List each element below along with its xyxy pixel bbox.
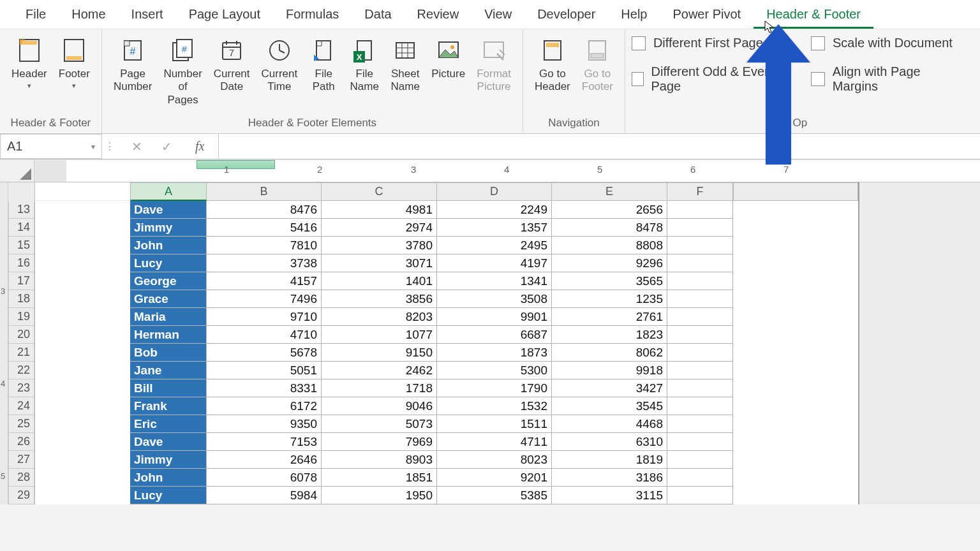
cell[interactable]: 4710 [207, 326, 322, 344]
cell[interactable]: Jimmy [130, 219, 207, 237]
cell[interactable] [667, 415, 733, 433]
cell[interactable]: 8808 [552, 237, 667, 254]
cell[interactable]: 1819 [552, 451, 667, 469]
enter-icon[interactable]: ✓ [161, 139, 172, 154]
cell[interactable]: 3508 [437, 290, 552, 308]
cell[interactable]: 2495 [437, 237, 552, 254]
tab-file[interactable]: File [13, 0, 59, 29]
cell[interactable]: Eric [130, 415, 207, 433]
row-header[interactable]: 17 [8, 272, 34, 290]
tab-home[interactable]: Home [59, 0, 118, 29]
row-header[interactable]: 25 [8, 415, 34, 433]
cell[interactable]: 1851 [322, 469, 437, 487]
cell[interactable] [667, 201, 733, 219]
cell[interactable]: 1401 [322, 272, 437, 290]
cell[interactable] [667, 290, 733, 308]
cell[interactable]: Lucy [130, 254, 207, 272]
footer-dropdown[interactable]: Footer ▾ [54, 33, 95, 92]
cell[interactable]: 7496 [207, 290, 322, 308]
cell[interactable]: 1357 [437, 219, 552, 237]
cell[interactable]: 5073 [322, 415, 437, 433]
cell[interactable]: Bill [130, 379, 207, 397]
cell[interactable]: 3186 [552, 469, 667, 487]
cell[interactable]: 9150 [322, 344, 437, 362]
cell[interactable]: 6310 [552, 433, 667, 451]
cell[interactable] [667, 469, 733, 487]
cell[interactable]: 3071 [322, 254, 437, 272]
row-header[interactable]: 13 [8, 201, 34, 219]
cell[interactable] [667, 451, 733, 469]
cell[interactable] [667, 326, 733, 344]
row-header[interactable]: 20 [8, 326, 34, 344]
cell[interactable] [667, 308, 733, 326]
cell[interactable]: 8062 [552, 344, 667, 362]
row-header[interactable]: 29 [8, 487, 34, 504]
tab-insert[interactable]: Insert [119, 0, 176, 29]
cell[interactable] [667, 397, 733, 415]
cell[interactable]: 3856 [322, 290, 437, 308]
cell[interactable]: 9901 [437, 308, 552, 326]
row-header[interactable]: 16 [8, 254, 34, 272]
row-header[interactable]: 26 [8, 433, 34, 451]
cell[interactable]: 7153 [207, 433, 322, 451]
cell[interactable]: 1235 [552, 290, 667, 308]
cell[interactable]: 3427 [552, 379, 667, 397]
current-time-button[interactable]: Current Time [256, 33, 303, 96]
cell[interactable]: 9046 [322, 397, 437, 415]
tab-formulas[interactable]: Formulas [273, 0, 352, 29]
name-box[interactable]: A1▾ [0, 134, 102, 159]
row-header[interactable]: 23 [8, 379, 34, 397]
column-header-e[interactable]: E [552, 182, 667, 201]
cell[interactable]: 3780 [322, 237, 437, 254]
row-header[interactable]: 19 [8, 308, 34, 326]
cell[interactable]: 8478 [552, 219, 667, 237]
cell[interactable]: 2656 [552, 201, 667, 219]
header-dropdown[interactable]: Header ▾ [6, 33, 52, 92]
cell[interactable]: Herman [130, 326, 207, 344]
row-header[interactable]: 24 [8, 397, 34, 415]
cell[interactable]: Frank [130, 397, 207, 415]
cell[interactable]: 6078 [207, 469, 322, 487]
cell[interactable]: 1718 [322, 379, 437, 397]
cell[interactable]: 3545 [552, 397, 667, 415]
cell[interactable] [667, 254, 733, 272]
cell[interactable]: Jane [130, 362, 207, 379]
cell[interactable]: 2974 [322, 219, 437, 237]
cell[interactable]: Lucy [130, 487, 207, 504]
sheet-name-button[interactable]: Sheet Name [385, 33, 425, 96]
cell[interactable]: George [130, 272, 207, 290]
cell[interactable] [667, 344, 733, 362]
current-date-button[interactable]: 7Current Date [209, 33, 255, 96]
cell[interactable]: 8203 [322, 308, 437, 326]
cell[interactable]: 1077 [322, 326, 437, 344]
cell[interactable]: 2646 [207, 451, 322, 469]
cell[interactable]: 7969 [322, 433, 437, 451]
cell[interactable]: 6172 [207, 397, 322, 415]
cell[interactable] [667, 379, 733, 397]
file-path-button[interactable]: File Path [304, 33, 343, 96]
cancel-icon[interactable]: ✕ [131, 139, 142, 154]
column-header-d[interactable]: D [437, 182, 552, 201]
cell[interactable]: 1873 [437, 344, 552, 362]
cell[interactable]: 4197 [437, 254, 552, 272]
checkbox-align-with-margins[interactable]: Align with Page Margins [811, 64, 969, 94]
picture-button[interactable]: Picture [426, 33, 470, 83]
cell[interactable]: 9296 [552, 254, 667, 272]
number-of-pages-button[interactable]: #Number of Pages [158, 33, 207, 109]
formula-bar[interactable] [218, 134, 980, 159]
select-all-triangle[interactable] [0, 160, 34, 182]
cell[interactable]: 2249 [437, 201, 552, 219]
cell[interactable]: 8476 [207, 201, 322, 219]
tab-power-pivot[interactable]: Power Pivot [660, 0, 754, 29]
cell[interactable] [667, 487, 733, 504]
tab-view[interactable]: View [471, 0, 524, 29]
cell[interactable]: 1341 [437, 272, 552, 290]
cell[interactable]: Dave [130, 433, 207, 451]
cell[interactable]: Bob [130, 344, 207, 362]
cell[interactable]: 5678 [207, 344, 322, 362]
split-handle[interactable]: ⋮ [102, 140, 117, 152]
cell[interactable]: 8023 [437, 451, 552, 469]
cell[interactable]: 1950 [322, 487, 437, 504]
cell[interactable]: Jimmy [130, 451, 207, 469]
cell[interactable]: Grace [130, 290, 207, 308]
